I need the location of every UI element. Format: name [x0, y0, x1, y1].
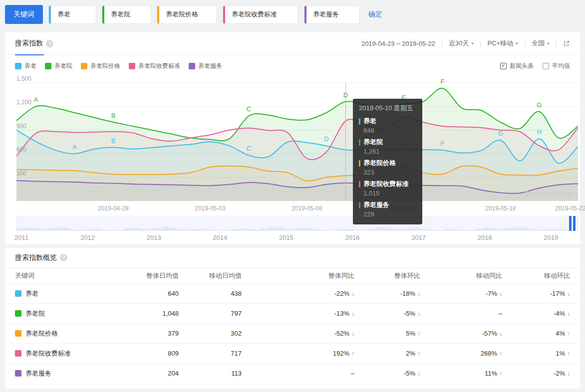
keyword-swatch [15, 290, 21, 297]
pct-value: -5% [404, 370, 415, 377]
open-in-new-icon[interactable] [563, 40, 570, 47]
trend-header: 搜索指数 ? 2019-04-23 ~ 2019-05-22 | 近30天 ▾ … [5, 32, 580, 55]
news-marker-B[interactable]: B [111, 112, 116, 119]
slider-handle-right[interactable] [573, 216, 576, 231]
news-marker-B[interactable]: B [111, 137, 116, 145]
keyword-text: 养老院价格 [166, 10, 198, 19]
pct-value: -13% [334, 310, 349, 317]
arrow-down-icon: ↓ [567, 290, 570, 297]
tooltip-item: 养老648 [359, 117, 416, 134]
confirm-button[interactable]: 确定 [368, 10, 382, 19]
legend-label: 养老院收费标准 [138, 62, 180, 70]
keyword-swatch [15, 330, 21, 337]
legend-label: 养老院价格 [90, 62, 120, 70]
overview-header: 搜索指数概览 ? [5, 248, 580, 268]
timeline-year: 2015 [279, 234, 293, 241]
mobile-mom-cell: 4%↑ [502, 330, 570, 337]
divider: | [524, 40, 526, 47]
average-toggle[interactable]: 平均值 [543, 62, 570, 70]
tooltip-value: 229 [363, 210, 416, 218]
tooltip-color-bar [359, 181, 360, 188]
news-marker-D[interactable]: D [324, 135, 328, 143]
checkbox-average[interactable] [543, 63, 549, 69]
news-marker-A[interactable]: A [72, 143, 77, 151]
overall-yoy-cell: – [242, 370, 354, 377]
table-row[interactable]: 养老640438-22%↓-18%↓-7%↓-17%↓ [5, 283, 580, 303]
time-range-select[interactable]: 近30天 ▾ [449, 39, 474, 48]
chevron-down-icon: ▾ [516, 41, 518, 46]
device-select[interactable]: PC+移动 ▾ [488, 39, 518, 48]
keyword-input[interactable]: 养老 [48, 5, 96, 24]
keyword-input[interactable]: 养老院收费标准 [223, 5, 298, 24]
trend-chart[interactable]: ABCDEFGHABCDEFG3006009001,2001,500 [16, 79, 578, 203]
slider-handle-left[interactable] [569, 216, 572, 231]
tooltip-color-bar [359, 160, 360, 167]
legend-label: 养老 [24, 62, 36, 70]
pct-value: – [499, 310, 502, 317]
keyword-input[interactable]: 养老服务 [304, 5, 360, 24]
overall-yoy-cell: 192%↑ [242, 350, 354, 357]
timeline-slider[interactable] [16, 216, 578, 231]
news-marker-G[interactable]: G [537, 101, 542, 109]
keyword-inputs: 养老养老院养老院价格养老院收费标准养老服务 [43, 5, 360, 24]
news-marker-D[interactable]: D [343, 91, 348, 99]
chevron-down-icon: ▾ [472, 41, 474, 46]
table-row[interactable]: 养老服务204113–-5%↓11%↑-2%↓ [5, 363, 580, 383]
legend-item[interactable]: 养老院 [45, 62, 72, 70]
overall-avg-cell: 204 [135, 370, 179, 377]
keyword-label-button[interactable]: 关键词 [5, 5, 43, 24]
news-headline-toggle[interactable]: ✓ 新闻头条 [500, 62, 534, 70]
mobile-yoy-cell: 268%↑ [420, 350, 502, 357]
mobile-yoy-cell: 11%↑ [420, 370, 502, 377]
divider: | [556, 40, 557, 47]
tooltip-color-bar [359, 202, 360, 208]
tooltip-value: 1,261 [363, 148, 416, 155]
tooltip-color-bar [359, 118, 360, 125]
timeline-year: 2018 [478, 234, 492, 241]
tooltip-name-text: 养老院收费标准 [363, 180, 409, 189]
keyword-input[interactable]: 养老院价格 [157, 5, 217, 24]
pct-value: -22% [334, 290, 349, 297]
legend-item[interactable]: 养老院收费标准 [129, 62, 180, 70]
legend-item[interactable]: 养老院价格 [81, 62, 120, 70]
table-row[interactable]: 养老院1,048797-13%↓-5%↓–-4%↓ [5, 303, 580, 323]
checkbox-news[interactable]: ✓ [500, 63, 507, 69]
keyword-color-bar [304, 6, 306, 23]
tooltip-item: 养老院价格323 [359, 159, 416, 176]
tooltip-value: 1,015 [363, 190, 416, 197]
overall-mom-cell: 2%↑ [354, 350, 420, 357]
tooltip-item: 养老院1,261 [359, 138, 416, 155]
news-marker-C[interactable]: C [247, 105, 251, 113]
x-axis-label: 2019-05-03 [195, 205, 225, 212]
tab-label: 搜索指数 [15, 39, 43, 48]
x-axis-label: 2019-05-08 [292, 205, 322, 212]
pct-value: 4% [556, 330, 565, 337]
mobile-yoy-cell: -57%↓ [420, 330, 502, 337]
help-icon[interactable]: ? [60, 254, 67, 261]
legend-item[interactable]: 养老服务 [189, 62, 222, 70]
y-axis-label: 1,200 [16, 99, 31, 106]
col-header-overall-avg: 整体日均值 [135, 271, 179, 280]
legend: 养老养老院养老院价格养老院收费标准养老服务 [15, 62, 231, 70]
keyword-input[interactable]: 养老院 [102, 5, 151, 24]
region-select[interactable]: 全国 ▾ [532, 39, 550, 48]
news-marker-F[interactable]: F [440, 79, 444, 85]
table-row[interactable]: 养老院收费标准809717192%↑2%↑268%↑1%↑ [5, 343, 580, 363]
pct-value: -18% [400, 290, 415, 297]
tab-search-index[interactable]: 搜索指数 ? [15, 32, 53, 55]
help-icon[interactable]: ? [46, 40, 53, 47]
region-value: 全国 [532, 39, 545, 48]
divider: | [441, 40, 443, 47]
table-row[interactable]: 养老院价格379302-52%↓5%↑-57%↓4%↑ [5, 323, 580, 343]
table-body: 养老640438-22%↓-18%↓-7%↓-17%↓养老院1,048797-1… [5, 283, 580, 383]
keyword-color-bar [49, 6, 51, 23]
news-marker-G[interactable]: G [498, 130, 503, 137]
news-marker-F[interactable]: F [440, 140, 444, 147]
timeline-year: 2014 [213, 234, 227, 241]
overall-yoy-cell: -52%↓ [242, 330, 354, 337]
legend-item[interactable]: 养老 [15, 62, 36, 70]
news-marker-C[interactable]: C [247, 145, 251, 152]
news-marker-H[interactable]: H [537, 128, 542, 136]
pct-value: 11% [485, 370, 497, 377]
news-marker-A[interactable]: A [33, 96, 38, 103]
